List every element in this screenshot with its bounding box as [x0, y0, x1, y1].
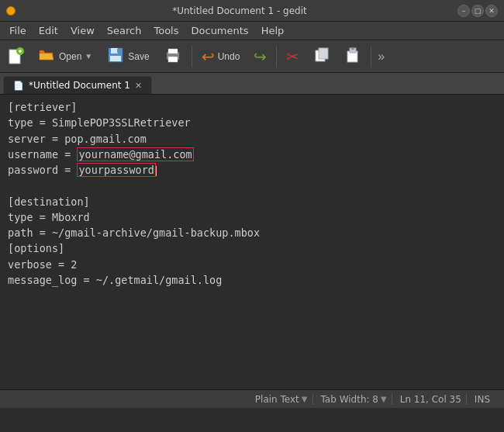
filetype-label: Plain Text: [255, 394, 299, 405]
menu-view[interactable]: View: [64, 23, 101, 38]
undo-icon: ↩: [202, 47, 215, 66]
svg-point-11: [176, 54, 178, 55]
new-icon: [8, 47, 25, 66]
editor-line-7: [destination]: [8, 194, 496, 209]
wm-close-button[interactable]: ✕: [485, 5, 498, 17]
save-button[interactable]: Save: [100, 43, 155, 70]
title-bar: *Untitled Document 1 - gedit – □ ✕: [0, 0, 504, 22]
more-button[interactable]: »: [375, 47, 388, 67]
open-arrow-icon: ▼: [85, 52, 92, 60]
tab-bar: 📄 *Untitled Document 1 ✕: [0, 73, 504, 95]
open-label: Open: [59, 51, 81, 62]
cut-icon: ✂: [286, 47, 299, 66]
editor-line-11: verbose = 2: [8, 257, 496, 272]
paste-icon: [344, 47, 361, 66]
menu-edit[interactable]: Edit: [33, 23, 64, 38]
editor-line-9: path = ~/gmail-archive/gmail-backup.mbox: [8, 225, 496, 240]
more-icon: »: [378, 50, 385, 64]
editor-line-3: server = pop.gmail.com: [8, 131, 496, 147]
svg-rect-16: [351, 47, 354, 50]
editor-line-5: password = yourpassword: [8, 162, 496, 178]
cursor-status: Ln 11, Col 35: [395, 394, 467, 405]
username-highlight: yourname@gmail.com: [77, 147, 193, 161]
undo-label: Undo: [218, 51, 240, 62]
editor-line-2: type = SimplePOP3SSLRetriever: [8, 115, 496, 130]
new-button[interactable]: [3, 44, 29, 69]
tab-untitled-1[interactable]: 📄 *Untitled Document 1 ✕: [3, 76, 152, 94]
title-bar-dot: [6, 6, 16, 16]
cut-button[interactable]: ✂: [280, 44, 306, 69]
filetype-status[interactable]: Plain Text ▼: [250, 394, 313, 405]
menu-bar: File Edit View Search Tools Documents He…: [0, 22, 504, 40]
editor-line-4: username = yourname@gmail.com: [8, 147, 496, 162]
toolbar-separator-1: [192, 46, 192, 67]
filetype-arrow-icon: ▼: [302, 395, 308, 403]
copy-icon: [313, 47, 330, 66]
tab-label: *Untitled Document 1: [29, 80, 130, 91]
svg-rect-10: [168, 57, 178, 62]
editor[interactable]: [retriever] type = SimplePOP3SSLRetrieve…: [0, 95, 504, 389]
svg-rect-5: [111, 48, 118, 54]
tabwidth-status[interactable]: Tab Width: 8 ▼: [316, 394, 392, 405]
menu-file[interactable]: File: [3, 23, 33, 38]
redo-button[interactable]: ↪: [247, 44, 273, 69]
open-icon: [37, 46, 56, 67]
save-icon: [106, 46, 125, 67]
toolbar: Open ▼ Save ↩ Undo: [0, 40, 504, 73]
open-button[interactable]: Open ▼: [31, 43, 98, 70]
print-button[interactable]: [157, 43, 188, 70]
svg-rect-9: [168, 49, 178, 54]
save-label: Save: [128, 51, 149, 62]
wm-minimize-button[interactable]: –: [457, 5, 470, 17]
cursor-position-label: Ln 11, Col 35: [400, 394, 461, 405]
menu-help[interactable]: Help: [255, 23, 291, 38]
editor-line-8: type = Mboxrd: [8, 209, 496, 225]
tab-file-icon: 📄: [13, 81, 24, 91]
svg-rect-7: [117, 49, 119, 53]
wm-maximize-button[interactable]: □: [471, 5, 484, 17]
status-bar: Plain Text ▼ Tab Width: 8 ▼ Ln 11, Col 3…: [0, 389, 504, 408]
editor-line-6: [8, 178, 496, 193]
editor-line-12: message_log = ~/.getmail/gmail.log: [8, 272, 496, 288]
tabwidth-arrow-icon: ▼: [381, 395, 387, 403]
redo-icon: ↪: [254, 47, 267, 66]
toolbar-separator-3: [371, 46, 371, 67]
menu-search[interactable]: Search: [101, 23, 148, 38]
menu-tools[interactable]: Tools: [147, 23, 185, 38]
editor-line-1: [retriever]: [8, 99, 496, 115]
undo-button[interactable]: ↩ Undo: [195, 44, 247, 69]
svg-rect-13: [319, 48, 328, 59]
title-bar-text: *Untitled Document 1 - gedit: [22, 5, 457, 16]
mode-status: INS: [470, 394, 495, 405]
tab-close-button[interactable]: ✕: [135, 81, 142, 90]
tabwidth-label: Tab Width: 8: [321, 394, 378, 405]
menu-documents[interactable]: Documents: [185, 23, 255, 38]
copy-button[interactable]: [307, 43, 337, 69]
svg-rect-6: [110, 56, 121, 61]
editor-line-10: [options]: [8, 240, 496, 256]
mode-label: INS: [475, 394, 490, 405]
paste-button[interactable]: [338, 43, 368, 69]
print-icon: [164, 46, 182, 67]
password-highlight: yourpassword: [77, 163, 156, 177]
toolbar-separator-2: [276, 46, 277, 67]
text-cursor: [156, 166, 157, 177]
